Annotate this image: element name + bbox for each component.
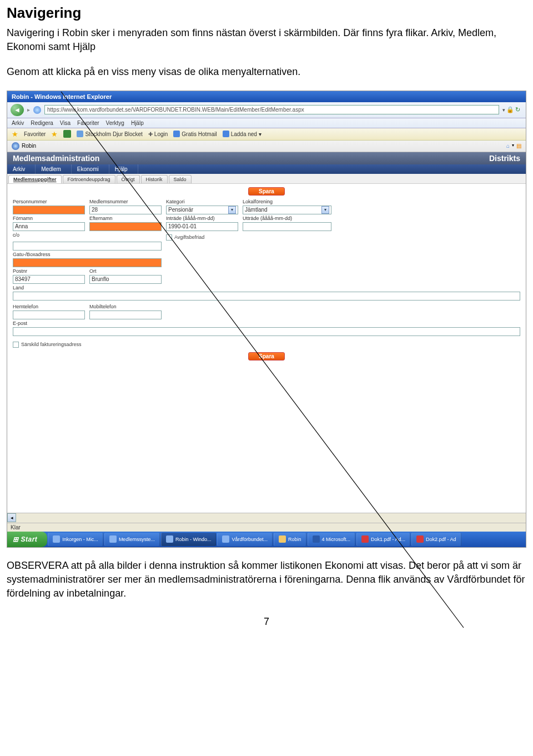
label-personnummer: Personnummer [13, 199, 85, 204]
word-icon [313, 535, 320, 543]
subtab-historik[interactable]: Historik [141, 175, 168, 183]
label-intrade: Inträde (åååå-mm-dd) [166, 216, 238, 221]
start-button[interactable]: ⊞ Start [7, 532, 47, 547]
intro-paragraph-2: Genom att klicka på en viss meny visas d… [7, 65, 526, 79]
folder-icon [279, 535, 286, 543]
input-personnummer[interactable] [13, 206, 85, 214]
menu-redigera[interactable]: Redigera [31, 120, 53, 126]
input-medlemsnummer[interactable]: 28 [89, 206, 162, 214]
forward-button[interactable]: ▸ [27, 107, 30, 113]
address-bar[interactable]: https://www.kom.vardforbundet.se/VARDFOR… [44, 105, 499, 114]
save-button-bottom[interactable]: Spara [248, 352, 285, 361]
app-icon [53, 535, 60, 543]
task-item[interactable]: Robin - Windo... [161, 533, 217, 546]
subtab-fortroendeuppdrag[interactable]: Förtroendeuppdrag [63, 175, 115, 183]
menu-hjalp[interactable]: Hjälp [131, 120, 144, 126]
app-header-right: Distrikts [489, 154, 520, 163]
back-button[interactable]: ◄ [11, 104, 24, 116]
page-number: 7 [7, 616, 526, 628]
scroll-left-button[interactable]: ◂ [7, 513, 16, 522]
dropdown-icon[interactable]: ▾ [512, 143, 514, 149]
favorites-label: Favoriter [24, 131, 46, 137]
site-icon [173, 131, 180, 137]
form-area: Spara Personnummer Medlemsnummer Kategor… [7, 184, 526, 368]
arrow-left-icon: ◄ [14, 106, 21, 114]
select-lokalforening[interactable]: Jämtland▾ [243, 206, 331, 214]
checkbox-avgift[interactable] [166, 234, 172, 241]
input-land[interactable] [13, 292, 520, 301]
label-land: Land [13, 285, 520, 291]
task-item[interactable]: Vårdförbundet... [217, 533, 273, 546]
fav-link-2[interactable]: ✚Login [148, 131, 168, 137]
label-sarskild: Särskild faktureringsadress [21, 342, 82, 347]
windows-taskbar: ⊞ Start Inkorgen - Mic... Medlemssyste..… [7, 532, 526, 547]
label-lokalforening: Lokalförening [243, 199, 331, 204]
task-item[interactable]: Medlemssyste... [104, 533, 160, 546]
input-ort[interactable]: Brunflo [89, 275, 162, 284]
save-button-top[interactable]: Spara [248, 187, 285, 196]
input-gatu[interactable] [13, 258, 162, 267]
horizontal-scrollbar[interactable]: ◂ [7, 513, 526, 523]
menu-favoriter[interactable]: Favoriter [77, 120, 99, 126]
doc-title: Navigering [7, 4, 526, 22]
feed-icon[interactable]: ▤ [516, 143, 521, 149]
select-kategori[interactable]: Pensionär▾ [166, 206, 238, 214]
ie-icon [12, 142, 19, 150]
site-icon [223, 131, 229, 137]
star-icon[interactable]: ★ [12, 130, 18, 138]
task-item[interactable]: Dok2.pdf - Ad [411, 533, 461, 546]
input-hemtel[interactable] [13, 311, 85, 319]
input-postnr[interactable]: 83497 [13, 275, 85, 284]
input-mobil[interactable] [89, 311, 162, 319]
tab-label[interactable]: Robin [22, 143, 36, 149]
feed-icon[interactable] [63, 130, 71, 138]
refresh-icon[interactable]: ↻ [515, 106, 520, 113]
menu-visa[interactable]: Visa [60, 120, 71, 126]
label-ort: Ort [89, 268, 162, 274]
input-fornamn[interactable]: Anna [13, 222, 85, 231]
fav-link-3[interactable]: Gratis Hotmail [173, 131, 217, 137]
favorites-bar: ★ Favoriter ★ Stockholm Djur Blocket ✚Lo… [7, 128, 526, 141]
checkbox-sarskild[interactable] [13, 342, 19, 348]
label-co: c/o [13, 232, 85, 241]
label-epost: E-post [13, 321, 520, 326]
label-fornamn: Förnamn [13, 216, 85, 221]
app-menu-arkiv[interactable]: Arkiv [7, 164, 36, 174]
content-whitespace [7, 368, 526, 513]
subtab-ovrigt[interactable]: Övrigt [117, 175, 140, 183]
intro-paragraph-1: Navigering i Robin sker i menyraden som … [7, 26, 526, 54]
label-uttrade: Utträde (åååå-mm-dd) [243, 216, 331, 221]
home-icon[interactable]: ⌂ [506, 143, 510, 149]
app-icon [166, 535, 173, 543]
subtab-strip: Medlemsuppgifter Förtroendeuppdrag Övrig… [7, 174, 526, 184]
lock-icon: 🔒 [506, 106, 514, 113]
label-efternamn: Efternamn [89, 216, 162, 221]
subtab-saldo[interactable]: Saldo [169, 175, 192, 183]
input-co[interactable] [13, 242, 162, 251]
input-intrade[interactable]: 1990-01-01 [166, 222, 238, 231]
input-efternamn[interactable] [89, 222, 162, 231]
star-add-icon[interactable]: ★ [51, 130, 58, 138]
fav-link-1[interactable]: Stockholm Djur Blocket [77, 131, 142, 137]
task-item[interactable]: Dok1.pdf - Ad... [356, 533, 410, 546]
chevron-down-icon: ▾ [321, 206, 329, 214]
app-title: Medlemsadministration [13, 154, 99, 163]
input-uttrade[interactable] [243, 222, 331, 231]
pdf-icon [361, 535, 369, 543]
input-epost[interactable] [13, 327, 520, 336]
globe-icon [33, 106, 41, 114]
menu-verktyg[interactable]: Verktyg [106, 120, 124, 126]
app-menu-ekonomi[interactable]: Ekonomi [72, 164, 109, 174]
task-item[interactable]: 4 Microsoft... [308, 533, 356, 546]
window-title-bar: Robin - Windows Internet Explorer [7, 91, 526, 102]
subtab-medlemsuppgifter[interactable]: Medlemsuppgifter [8, 175, 62, 183]
windows-icon: ⊞ [13, 535, 19, 543]
dropdown-icon[interactable]: ▾ [502, 107, 505, 113]
task-item[interactable]: Robin [274, 533, 306, 546]
menu-arkiv[interactable]: Arkiv [12, 120, 24, 126]
browser-menu-bar: Arkiv Redigera Visa Favoriter Verktyg Hj… [7, 118, 526, 128]
app-menu-hjalp[interactable]: Hjälp [109, 164, 138, 174]
task-item[interactable]: Inkorgen - Mic... [48, 533, 103, 546]
app-menu-medlem[interactable]: Medlem [36, 164, 72, 174]
fav-link-4[interactable]: Ladda ned ▾ [223, 131, 262, 137]
